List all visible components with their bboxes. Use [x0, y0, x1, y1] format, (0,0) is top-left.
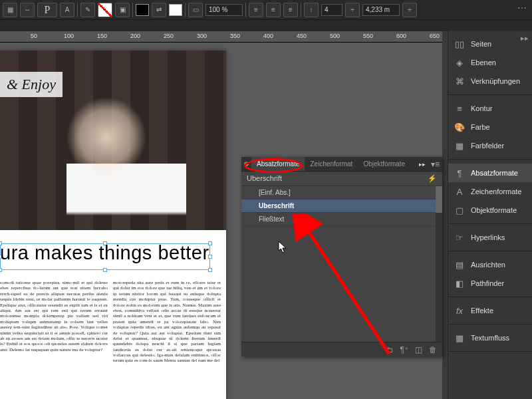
align2-icon[interactable]: ≡	[266, 3, 281, 17]
tool-char-icon[interactable]: A	[60, 3, 74, 17]
sidebar-item-label: Ebenen	[471, 59, 496, 66]
eyedropper-icon[interactable]: ✎	[80, 3, 95, 17]
sidebar-item-swatches[interactable]: ▦Farbfelder	[448, 136, 532, 155]
sidebar-item-label: Pathfinder	[471, 279, 504, 287]
sidebar-item-paragraph-styles[interactable]: ¶Absatzformate	[448, 164, 532, 182]
num-input[interactable]	[321, 4, 342, 16]
sidebar-item-label: Zeichenformate	[471, 188, 521, 196]
swatches-icon: ▦	[454, 140, 466, 151]
current-style-name: Uberschrift ⚡	[241, 172, 442, 186]
style-item-basic[interactable]: [Einf. Abs.]	[241, 186, 442, 200]
panel-tabs: ≎ Absatzformate Zeichenformat Objektform…	[241, 157, 442, 172]
color-icon: 🎨	[454, 122, 466, 132]
new-style-icon[interactable]: ◫	[415, 345, 422, 354]
badge-enjoy: & Enjoy	[0, 72, 63, 97]
sidebar-item-label: Textumfluss	[471, 334, 509, 342]
tool-reset-icon[interactable]: ▦	[3, 3, 17, 17]
top-toolbar: ▦ ↔ P A ✎ ▣ ⇄ ▭ ≡ ≡ ≡ ↕ ÷ ÷	[0, 0, 532, 20]
textwrap-icon: ▦	[454, 332, 466, 343]
ruler-tick: 250	[164, 33, 174, 39]
ruler-tick: 150	[97, 33, 107, 39]
step-icon-2[interactable]: ÷	[402, 3, 417, 17]
sidebar-item-object-styles[interactable]: ▢Objektformate	[448, 201, 532, 219]
step-icon[interactable]: ÷	[345, 3, 360, 17]
zoom-fit-icon[interactable]: ▭	[188, 3, 203, 17]
sidebar-item-hyperlinks[interactable]: ☞Hyperlinks	[448, 228, 532, 247]
sidebar-item-label: Objektformate	[471, 206, 517, 214]
sidebar-item-layers[interactable]: ◈Ebenen	[448, 53, 532, 72]
sub-toolbar	[0, 20, 532, 31]
style-item-fliesstext[interactable]: Fließtext	[241, 213, 442, 226]
sidebar-collapse-icon[interactable]: ▸▸	[517, 31, 532, 45]
ruler-tick: 300	[197, 33, 207, 39]
ruler-tick: 550	[363, 33, 373, 39]
hyperlinks-icon: ☞	[454, 232, 466, 243]
none-icon[interactable]	[98, 3, 112, 17]
length-input[interactable]	[362, 4, 400, 16]
ruler-tick: 650	[430, 33, 440, 39]
tool-paragraph-icon[interactable]: P	[37, 3, 57, 17]
sidebar-item-align[interactable]: ▤Ausrichten	[448, 255, 532, 274]
sidebar-item-pathfinder[interactable]: ◧Pathfinder	[448, 274, 532, 293]
ruler-tick: 500	[330, 33, 340, 39]
sidebar-item-color[interactable]: 🎨Farbe	[448, 118, 532, 136]
style-item-uberschrift[interactable]: Uberschrift	[241, 200, 442, 213]
tool-move-icon[interactable]: ↔	[20, 3, 35, 17]
stroke-toggle-icon[interactable]: ▣	[115, 3, 130, 17]
sidebar-item-label: Farbfelder	[471, 142, 504, 150]
zoom-input[interactable]	[205, 4, 243, 16]
swatch-white[interactable]	[169, 4, 182, 16]
sidebar-item-stroke[interactable]: ≡Kontur	[448, 99, 532, 118]
body-column-2: motorepuda sita aute peris et eum in re,…	[113, 280, 221, 399]
resize-handle[interactable]	[103, 268, 107, 272]
sidebar-item-textwrap[interactable]: ▦Textumfluss	[448, 329, 532, 347]
swatch-black[interactable]	[136, 4, 149, 16]
collapse-icon[interactable]: ≎	[241, 157, 251, 171]
align-icon[interactable]: ≡	[249, 3, 263, 17]
sidebar-item-label: Seiten	[471, 40, 491, 48]
sidebar-item-label: Farbe	[471, 123, 490, 131]
sidebar-item-effects[interactable]: fxEffekte	[448, 301, 532, 320]
headline-text: ura makes things better	[0, 242, 210, 264]
obj-styles-icon: ▢	[454, 205, 466, 215]
pages-icon: ▯▯	[454, 39, 466, 49]
effects-icon: fx	[454, 305, 466, 316]
panel-scrollbar[interactable]	[436, 186, 442, 342]
divider	[301, 3, 301, 17]
sidebar-item-label: Verknüpfungen	[471, 77, 520, 85]
swap-icon[interactable]: ⇄	[152, 3, 166, 17]
sidebar-item-label: Ausrichten	[471, 261, 505, 269]
sidebar-item-char-styles[interactable]: AZeichenformate	[448, 182, 532, 201]
workspace-menu-icon[interactable]: ⋯	[517, 3, 527, 13]
divider	[132, 3, 133, 17]
ruler-tick: 200	[130, 33, 140, 39]
ruler-tick: 400	[263, 33, 273, 39]
resize-handle[interactable]	[0, 268, 2, 272]
scrollbar-thumb[interactable]	[436, 186, 442, 213]
paragraph-styles-panel[interactable]: ≎ Absatzformate Zeichenformat Objektform…	[241, 157, 442, 356]
divider	[185, 3, 186, 17]
sidebar-item-label: Hyperlinks	[471, 233, 505, 241]
ruler-tick: 50	[31, 33, 37, 39]
align3-icon[interactable]: ≡	[283, 3, 298, 17]
sidebar-item-label: Effekte	[471, 307, 493, 315]
horizontal-ruler: 50 100 150 200 250 300 350 400 450 500 5…	[0, 31, 442, 43]
pathfinder-icon: ◧	[454, 278, 466, 289]
link-attrs-icon[interactable]: ↕	[304, 3, 319, 17]
quick-apply-icon[interactable]: ⚡	[428, 174, 437, 183]
sidebar-item-label: Absatzformate	[471, 169, 518, 177]
sidebar-item-links[interactable]: ⌘Verknüpfungen	[448, 72, 532, 90]
tab-character-styles[interactable]: Zeichenformat	[305, 157, 358, 171]
panel-menu-icon[interactable]: ▾≡	[428, 157, 442, 171]
tab-object-styles[interactable]: Objektformate	[358, 157, 410, 171]
para-styles-icon: ¶	[454, 168, 466, 178]
folder-icon[interactable]: 🗀	[386, 345, 394, 354]
panel-dock-icon[interactable]: ▸▸	[416, 157, 428, 171]
trash-icon[interactable]: 🗑	[429, 345, 437, 354]
clear-overrides-icon[interactable]: ¶⁺	[400, 345, 408, 354]
links-icon: ⌘	[454, 76, 466, 86]
resize-handle[interactable]	[208, 268, 212, 272]
tab-paragraph-styles[interactable]: Absatzformate	[251, 157, 305, 171]
panel-footer: 🗀 ¶⁺ ◫ 🗑	[241, 342, 442, 356]
divider	[245, 3, 246, 17]
